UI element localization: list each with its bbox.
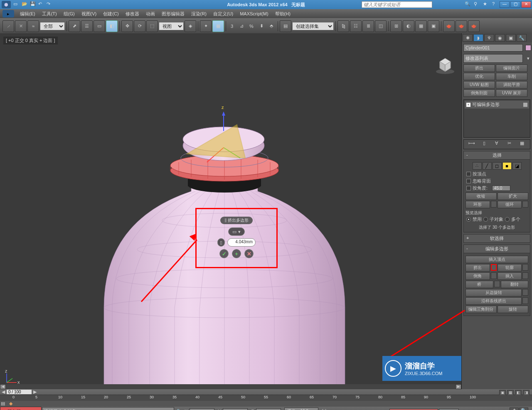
save-icon[interactable]: 💾 bbox=[30, 1, 37, 8]
extrude-amount-input[interactable]: 4.043mm bbox=[227, 238, 256, 247]
mod-optimize[interactable]: 优化 bbox=[463, 73, 495, 80]
move-tool-icon[interactable]: ✥ bbox=[121, 20, 133, 32]
mod-bevelprofile[interactable]: 倒角剖面 bbox=[463, 89, 495, 97]
ring-button[interactable]: 环形 bbox=[466, 201, 490, 208]
subobj-vertex-icon[interactable]: ∴ bbox=[473, 162, 482, 170]
ignore-backfacing-checkbox[interactable] bbox=[466, 179, 471, 183]
favorite-icon[interactable]: ★ bbox=[483, 1, 490, 8]
layers-icon[interactable]: ≣ bbox=[362, 20, 374, 32]
ref-coord-system[interactable]: 视图 bbox=[159, 22, 184, 30]
loop-button[interactable]: 循环 bbox=[498, 201, 522, 208]
object-name-input[interactable] bbox=[463, 44, 523, 52]
link-tool-icon[interactable]: ⟋ bbox=[2, 20, 14, 32]
select-name-icon[interactable]: ☰ bbox=[81, 20, 93, 32]
menu-create[interactable]: 创建(C) bbox=[100, 10, 122, 18]
preview-subobj-radio[interactable] bbox=[483, 217, 488, 222]
quick-render-icon[interactable]: 🫖 bbox=[456, 20, 467, 32]
insert-vertex-button[interactable]: 插入顶点 bbox=[466, 256, 528, 263]
help-icon[interactable]: ? bbox=[492, 1, 499, 8]
render-setup-icon[interactable]: ▦ bbox=[415, 20, 427, 32]
scroll-right-icon[interactable]: ▶ bbox=[456, 384, 461, 389]
track-icon-left[interactable]: ▤ bbox=[1, 401, 5, 406]
hierarchy-tab-icon[interactable]: ♆ bbox=[484, 34, 494, 42]
subobj-edge-icon[interactable]: ╱ bbox=[483, 162, 492, 170]
curve-editor-icon[interactable]: ◫ bbox=[375, 20, 387, 32]
mirror-icon[interactable]: ⧎ bbox=[337, 20, 349, 32]
angle-spinner[interactable]: 45.0 bbox=[492, 185, 510, 191]
subobj-polygon-icon[interactable]: ■ bbox=[502, 162, 512, 170]
dropdown-arrow-icon[interactable]: ▾ bbox=[525, 56, 532, 61]
keyboard-shortcut-icon[interactable]: ▦ bbox=[212, 20, 224, 32]
edged-faces-icon[interactable]: ⬘ bbox=[267, 20, 276, 32]
time-slider[interactable]: ▤ ◆ bbox=[0, 401, 532, 407]
by-angle-checkbox[interactable] bbox=[466, 186, 471, 190]
material-editor-icon[interactable]: ◐ bbox=[403, 20, 414, 32]
app-logo-icon[interactable]: ⬢ bbox=[2, 1, 11, 8]
menu-customize[interactable]: 自定义(U) bbox=[210, 10, 236, 18]
maximize-button[interactable]: ▢ bbox=[510, 1, 520, 8]
modifier-list-dropdown[interactable]: 修改器列表 bbox=[463, 54, 523, 63]
bevel-settings-icon[interactable] bbox=[491, 272, 497, 279]
outline-settings-icon[interactable] bbox=[522, 264, 528, 271]
mod-uvwunwrap[interactable]: UVW 展开 bbox=[496, 89, 527, 97]
track-key-icon[interactable]: ◆ bbox=[9, 401, 12, 406]
nav-pan-icon[interactable]: ✥ bbox=[510, 408, 519, 410]
remove-mod-icon[interactable]: ✂ bbox=[505, 141, 514, 148]
subobj-border-icon[interactable]: ◻ bbox=[493, 162, 502, 170]
expand-icon[interactable]: + bbox=[466, 103, 470, 107]
hinge-settings-icon[interactable] bbox=[522, 289, 528, 296]
nav-zoom-icon[interactable]: 🔍 bbox=[519, 408, 528, 410]
minimize-button[interactable]: — bbox=[500, 1, 510, 8]
mod-extrude[interactable]: 挤出 bbox=[463, 64, 495, 72]
menu-animation[interactable]: 动画 bbox=[143, 10, 158, 18]
configure-icon[interactable]: ▦ bbox=[518, 141, 526, 148]
loop-spinner-icon[interactable] bbox=[522, 201, 528, 207]
make-unique-icon[interactable]: ∀ bbox=[493, 141, 501, 148]
undo-icon[interactable]: ↶ bbox=[38, 1, 45, 8]
extrude-settings-icon[interactable] bbox=[491, 264, 497, 271]
caddy-ok-button[interactable]: ✓ bbox=[219, 249, 229, 258]
manipulate-icon[interactable]: ✦ bbox=[200, 20, 212, 32]
show-end-icon[interactable]: ▯ bbox=[480, 141, 488, 148]
viewcube-icon[interactable] bbox=[435, 54, 456, 75]
outline-button[interactable]: 轮廓 bbox=[498, 264, 522, 272]
schematic-icon[interactable]: ⊞ bbox=[390, 20, 402, 32]
edit-named-sel-icon[interactable]: ▤ bbox=[280, 20, 291, 32]
preview-multi-radio[interactable] bbox=[505, 217, 510, 222]
help-search[interactable] bbox=[362, 1, 432, 8]
caddy-cancel-button[interactable]: ✕ bbox=[244, 249, 254, 258]
menu-views[interactable]: 视图(V) bbox=[78, 10, 100, 18]
menu-tools[interactable]: 工具(T) bbox=[39, 10, 60, 18]
align-icon[interactable]: ☷ bbox=[350, 20, 362, 32]
search-icon[interactable]: 🔍 bbox=[465, 1, 471, 8]
object-color-swatch[interactable] bbox=[525, 45, 531, 51]
selection-rollout-header[interactable]: -选择 bbox=[463, 151, 530, 160]
bridge-settings-icon[interactable] bbox=[494, 281, 500, 287]
menu-graph[interactable]: 图形编辑器 bbox=[158, 10, 188, 18]
bind-tool-icon[interactable]: ≈ bbox=[27, 20, 39, 32]
z-coord-input[interactable] bbox=[256, 408, 281, 410]
retri-button[interactable]: 旋转 bbox=[498, 306, 529, 313]
edit-poly-rollout-header[interactable]: -编辑多边形 bbox=[463, 245, 530, 253]
menu-render[interactable]: 渲染(R) bbox=[188, 10, 210, 18]
mod-editpatch[interactable]: 编辑面片 bbox=[496, 64, 527, 72]
ring-spinner-icon[interactable] bbox=[491, 201, 497, 207]
link-icon[interactable]: ⚲ bbox=[474, 1, 480, 8]
snap-toggle-icon[interactable]: 3 bbox=[228, 20, 236, 32]
extrude-spline-button[interactable]: 沿样条线挤出 bbox=[466, 297, 522, 305]
extrude-type-dropdown[interactable]: ▭ ▾ bbox=[228, 227, 245, 236]
modifier-stack[interactable]: + 可编辑多边形 bbox=[463, 99, 530, 138]
modify-tab-icon[interactable]: ◗ bbox=[473, 34, 483, 42]
window-crossing-icon[interactable]: ◧ bbox=[106, 20, 118, 32]
display-tab-icon[interactable]: ▣ bbox=[506, 34, 516, 42]
named-selection-set[interactable]: 创建选择集 bbox=[292, 22, 334, 30]
spinner-snap-icon[interactable]: ⬍ bbox=[257, 20, 266, 32]
new-icon[interactable]: ▭ bbox=[13, 1, 20, 8]
pivot-icon[interactable]: ◈ bbox=[185, 20, 196, 32]
extrude-spline-settings-icon[interactable] bbox=[522, 297, 528, 304]
flip-button[interactable]: 翻转 bbox=[501, 281, 529, 288]
scale-tool-icon[interactable]: ⬚ bbox=[146, 20, 158, 32]
x-coord-input[interactable] bbox=[190, 408, 214, 410]
inset-settings-icon[interactable] bbox=[522, 272, 528, 279]
menu-edit[interactable]: 编辑(E) bbox=[17, 10, 39, 18]
